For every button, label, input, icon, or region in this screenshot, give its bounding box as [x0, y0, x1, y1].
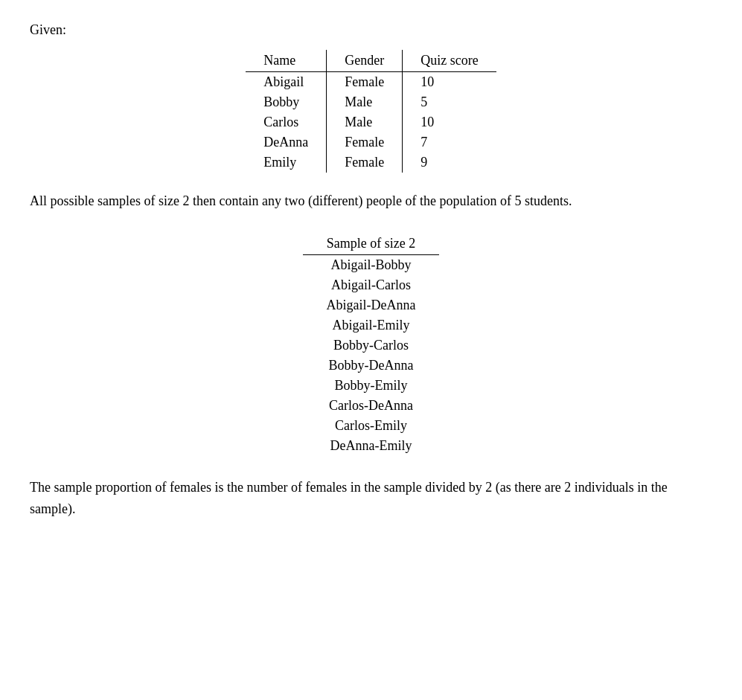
table-cell: 10	[403, 72, 496, 93]
table-cell: Male	[327, 92, 403, 112]
list-item: Bobby-Emily	[303, 376, 440, 396]
sample-cell: Abigail-DeAnna	[303, 295, 440, 315]
list-item: Bobby-Carlos	[303, 335, 440, 356]
table-cell: Male	[327, 112, 403, 132]
sample-cell: Bobby-DeAnna	[303, 356, 440, 376]
col-header-quiz-score: Quiz score	[403, 50, 496, 72]
description-text: All possible samples of size 2 then cont…	[30, 190, 712, 212]
sample-cell: Carlos-DeAnna	[303, 396, 440, 416]
list-item: Abigail-Emily	[303, 315, 440, 335]
sample-cell: DeAnna-Emily	[303, 436, 440, 456]
list-item: Carlos-DeAnna	[303, 396, 440, 416]
sample-cell: Abigail-Carlos	[303, 275, 440, 295]
table-cell: Carlos	[246, 112, 326, 132]
table-row: CarlosMale10	[246, 112, 496, 132]
list-item: Carlos-Emily	[303, 416, 440, 436]
population-table: Name Gender Quiz score AbigailFemale10Bo…	[246, 50, 496, 173]
table-cell: DeAnna	[246, 132, 326, 152]
table-cell: Abigail	[246, 72, 326, 93]
table-cell: 10	[403, 112, 496, 132]
footer-text: The sample proportion of females is the …	[30, 477, 712, 520]
table-cell: Emily	[246, 152, 326, 173]
table-row: EmilyFemale9	[246, 152, 496, 173]
col-header-gender: Gender	[327, 50, 403, 72]
table-cell: Female	[327, 72, 403, 93]
list-item: Abigail-Bobby	[303, 254, 440, 275]
table-row: BobbyMale5	[246, 92, 496, 112]
table-cell: Female	[327, 132, 403, 152]
table-cell: Bobby	[246, 92, 326, 112]
list-item: Abigail-Carlos	[303, 275, 440, 295]
sample-cell: Carlos-Emily	[303, 416, 440, 436]
sample-cell: Abigail-Emily	[303, 315, 440, 335]
col-header-name: Name	[246, 50, 326, 72]
table-cell: 9	[403, 152, 496, 173]
sample-cell: Abigail-Bobby	[303, 254, 440, 275]
table-cell: 7	[403, 132, 496, 152]
list-item: Bobby-DeAnna	[303, 356, 440, 376]
table-row: DeAnnaFemale7	[246, 132, 496, 152]
data-table-container: Name Gender Quiz score AbigailFemale10Bo…	[30, 50, 712, 173]
given-label: Given:	[30, 22, 712, 38]
table-cell: Female	[327, 152, 403, 173]
table-row: AbigailFemale10	[246, 72, 496, 93]
list-item: DeAnna-Emily	[303, 436, 440, 456]
sample-cell: Bobby-Carlos	[303, 335, 440, 356]
list-item: Abigail-DeAnna	[303, 295, 440, 315]
sample-table-container: Sample of size 2 Abigail-BobbyAbigail-Ca…	[30, 233, 712, 456]
table-cell: 5	[403, 92, 496, 112]
table-header-row: Name Gender Quiz score	[246, 50, 496, 72]
sample-cell: Bobby-Emily	[303, 376, 440, 396]
sample-table-header: Sample of size 2	[303, 233, 440, 255]
sample-table: Sample of size 2 Abigail-BobbyAbigail-Ca…	[303, 233, 440, 456]
